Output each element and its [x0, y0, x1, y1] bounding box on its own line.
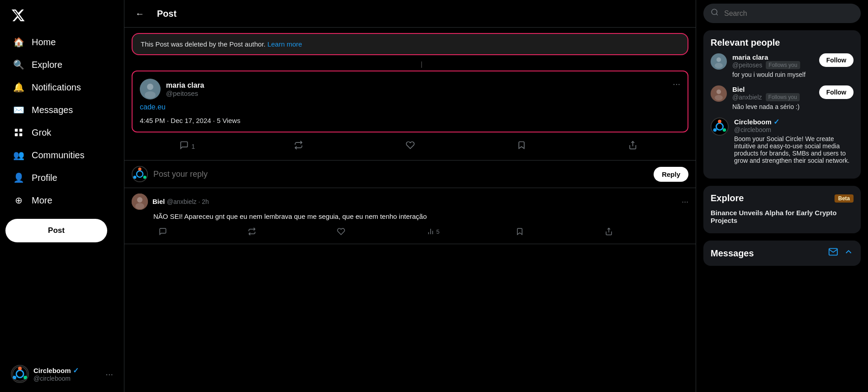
comment-author-avatar[interactable]: [132, 194, 148, 210]
comment-share-action[interactable]: [599, 225, 688, 238]
maria-name: maria clara: [732, 53, 814, 61]
reply-submit-button[interactable]: Reply: [654, 167, 688, 182]
reply-avatar-svg: [133, 167, 147, 181]
svg-point-19: [137, 197, 142, 203]
biel-info: Biel @anxbielz Follows you Não leve nada…: [732, 85, 814, 110]
bookmark-action[interactable]: [466, 137, 577, 156]
comment-action[interactable]: 1: [132, 137, 243, 156]
circleboom-info: Circleboom ✓ @circleboom Boom your Socia…: [734, 118, 854, 164]
user-avatar: [11, 365, 29, 383]
maria-info: maria clara @peitoses Follows you for yo…: [732, 53, 814, 78]
svg-point-10: [147, 84, 153, 90]
messages-icons: [828, 247, 854, 260]
main-post-card: maria clara @peitoses ··· cade.eu 4:45 P…: [132, 71, 688, 132]
sidebar-label-notifications: Notifications: [32, 82, 81, 93]
svg-point-35: [718, 120, 721, 123]
svg-point-36: [723, 128, 726, 132]
svg-point-7: [24, 376, 27, 379]
user-account[interactable]: Circleboom ✓ @circleboom ···: [5, 359, 119, 388]
follow-maria-button[interactable]: Follow: [819, 53, 854, 67]
svg-point-32: [715, 95, 723, 100]
post-more-button[interactable]: ···: [673, 79, 680, 89]
like-action[interactable]: [354, 137, 465, 156]
reply-input-section: Reply: [124, 161, 696, 188]
comment-icon: [180, 141, 189, 152]
svg-line-26: [716, 14, 717, 15]
search-bar[interactable]: [703, 4, 861, 23]
post-author-avatar[interactable]: [140, 79, 161, 99]
circleboom-handle: @circleboom: [734, 126, 854, 133]
sidebar-item-communities[interactable]: 👥 Communities: [5, 144, 119, 166]
sidebar-item-home[interactable]: 🏠 Home: [5, 31, 119, 53]
comment-more-button[interactable]: ···: [682, 197, 688, 207]
post-user-info: maria clara @peitoses: [140, 79, 204, 99]
comment-header: Biel @anxbielz · 2h ···: [132, 194, 688, 210]
reply-text-input[interactable]: [153, 170, 648, 179]
relevant-person-biel: Biel @anxbielz Follows you Não leve nada…: [711, 85, 854, 110]
messages-bar-title: Messages: [711, 248, 754, 259]
x-logo[interactable]: [5, 4, 119, 29]
relevant-person-circleboom: Circleboom ✓ @circleboom Boom your Socia…: [711, 118, 854, 164]
svg-point-15: [138, 168, 142, 171]
comment-views-count: 5: [436, 228, 440, 235]
biel-avatar[interactable]: [711, 85, 727, 102]
user-more-button[interactable]: ···: [105, 369, 113, 379]
circleboom-bio: Boom your Social Circle! We create intui…: [734, 135, 854, 164]
sidebar-item-grok[interactable]: Grok: [5, 121, 119, 144]
follow-biel-button[interactable]: Follow: [819, 85, 854, 99]
sidebar-item-more[interactable]: ⊕ More: [5, 189, 119, 212]
comment-bookmark-action[interactable]: [510, 225, 599, 238]
sidebar-nav: 🏠 Home 🔍 Explore 🔔 Notifications ✉️ Mess…: [5, 31, 119, 212]
svg-point-6: [18, 367, 22, 370]
sidebar-item-explore[interactable]: 🔍 Explore: [5, 53, 119, 76]
comment-bookmark-icon: [516, 227, 524, 236]
beta-badge: Beta: [835, 194, 854, 203]
comment-share-icon: [605, 227, 613, 236]
post-time: 4:45 PM · Dec 17, 2024: [140, 117, 211, 124]
post-author-name[interactable]: maria clara: [166, 81, 204, 90]
maria-avatar[interactable]: [711, 53, 727, 70]
search-input[interactable]: [724, 9, 854, 18]
post-user-row: maria clara @peitoses ···: [140, 79, 680, 99]
compose-message-icon[interactable]: [828, 247, 838, 260]
comment-author-name[interactable]: Biel: [152, 198, 165, 205]
sidebar-label-home: Home: [32, 37, 56, 47]
post-button[interactable]: Post: [5, 219, 107, 242]
share-action[interactable]: [577, 137, 688, 156]
retweet-action[interactable]: [243, 137, 354, 156]
reply-user-avatar: [132, 166, 148, 182]
sidebar-item-notifications[interactable]: 🔔 Notifications: [5, 76, 119, 99]
profile-icon: 👤: [13, 172, 24, 184]
post-link[interactable]: cade.eu: [140, 103, 680, 111]
comment-like-action[interactable]: [332, 225, 421, 238]
comment-retweet-action[interactable]: [242, 225, 332, 238]
comment-reply-action[interactable]: [153, 225, 242, 238]
sidebar-item-messages[interactable]: ✉️ Messages: [5, 99, 119, 121]
post-page-header: ← Post: [124, 0, 696, 28]
back-button[interactable]: ←: [132, 5, 148, 22]
circleboom-avatar[interactable]: [711, 118, 729, 136]
biel-bio: Não leve nada a sério :): [732, 103, 814, 110]
comment-author-details: Biel @anxbielz · 2h: [152, 198, 209, 206]
grok-icon: [13, 127, 24, 138]
biel-name: Biel: [732, 85, 814, 93]
learn-more-link[interactable]: Learn more: [267, 40, 302, 48]
collapse-messages-icon[interactable]: [844, 247, 854, 260]
messages-bar: Messages: [703, 241, 861, 266]
comment-views-action[interactable]: 5: [421, 225, 510, 238]
post-page-title: Post: [157, 9, 176, 19]
explore-headline[interactable]: Binance Unveils Alpha for Early Crypto P…: [711, 209, 854, 224]
sidebar-item-profile[interactable]: 👤 Profile: [5, 166, 119, 189]
communities-icon: 👥: [13, 149, 24, 161]
comment-views-icon: [427, 227, 435, 236]
comment-text: NÃO SEI! Apareceu gnt que eu nem lembrav…: [153, 213, 688, 220]
svg-point-11: [145, 91, 156, 99]
post-action-bar: 1: [124, 132, 696, 161]
svg-point-20: [135, 203, 144, 209]
home-icon: 🏠: [13, 36, 24, 48]
sidebar-label-communities: Communities: [32, 150, 85, 161]
post-author-handle[interactable]: @peitoses: [166, 90, 204, 97]
svg-point-16: [143, 176, 147, 179]
notifications-icon: 🔔: [13, 81, 24, 93]
comment-retweet-icon: [248, 227, 256, 236]
